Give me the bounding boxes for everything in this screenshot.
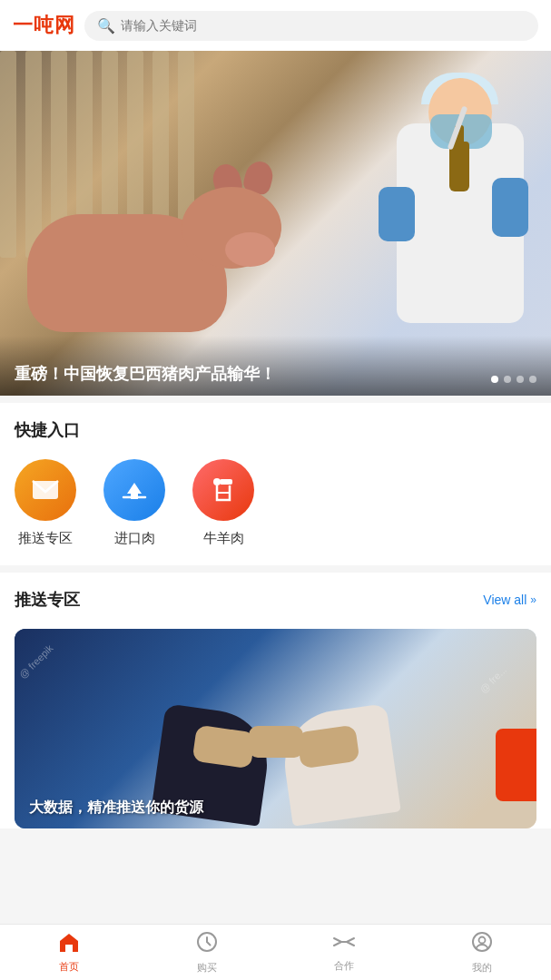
quick-entries-list: 推送专区 进口肉 — [15, 459, 536, 547]
svg-rect-2 — [220, 479, 232, 485]
push-section: 推送专区 View all » @ freepik @ fre... — [0, 573, 551, 828]
entry-import[interactable]: 进口肉 — [103, 459, 165, 547]
entry-push-label: 推送专区 — [18, 530, 73, 547]
entry-push[interactable]: 推送专区 — [15, 459, 76, 547]
entry-import-icon — [103, 459, 165, 521]
entry-beef-icon — [192, 459, 254, 521]
banner-dots — [491, 376, 536, 383]
search-bar[interactable]: 🔍 — [84, 11, 538, 41]
red-badge — [496, 729, 536, 801]
quick-entry-title: 快捷入口 — [15, 419, 80, 441]
home-icon — [58, 932, 80, 957]
push-section-header: 推送专区 View all » — [15, 589, 536, 611]
view-all-link[interactable]: View all » — [483, 593, 536, 607]
dot-2 — [504, 376, 511, 383]
mine-icon — [471, 931, 493, 958]
entry-beef[interactable]: 牛羊肉 — [192, 459, 254, 547]
quick-entry-section: 快捷入口 推送专区 进口肉 — [0, 403, 551, 565]
nav-mine-label: 我的 — [472, 961, 492, 975]
push-banner[interactable]: @ freepik @ fre... — [15, 629, 536, 828]
search-input[interactable] — [121, 18, 526, 33]
nav-buy-label: 购买 — [197, 961, 217, 975]
dot-4 — [529, 376, 536, 383]
push-banner-text: 大数据，精准推送你的货源 — [29, 799, 482, 818]
dot-1 — [491, 376, 498, 383]
view-all-chevron: » — [530, 593, 536, 606]
banner-overlay: 重磅！中国恢复巴西猪肉产品输华！ — [0, 336, 551, 396]
search-icon: 🔍 — [97, 17, 115, 34]
view-all-label: View all — [483, 593, 526, 607]
entry-beef-label: 牛羊肉 — [203, 530, 244, 547]
entry-push-icon — [15, 459, 76, 521]
push-section-title: 推送专区 — [15, 589, 80, 611]
hero-banner: 重磅！中国恢复巴西猪肉产品输华！ — [0, 51, 551, 396]
nav-cooperate[interactable]: 合作 — [276, 927, 414, 978]
nav-mine[interactable]: 我的 — [413, 926, 551, 980]
quick-entry-header: 快捷入口 — [15, 419, 536, 441]
header: 一吨网 🔍 — [0, 0, 551, 51]
entry-import-label: 进口肉 — [114, 530, 155, 547]
svg-point-1 — [213, 478, 221, 485]
app-logo: 一吨网 — [13, 12, 75, 39]
push-banner-title: 大数据，精准推送你的货源 — [29, 799, 482, 818]
cooperate-icon — [332, 933, 356, 956]
bottom-nav: 首页 购买 合作 我的 — [0, 924, 551, 980]
banner-title: 重磅！中国恢复巴西猪肉产品输华！ — [15, 363, 536, 385]
nav-buy[interactable]: 购买 — [138, 926, 276, 980]
svg-point-7 — [479, 936, 486, 943]
buy-icon — [196, 931, 218, 958]
dot-3 — [517, 376, 524, 383]
nav-home-label: 首页 — [59, 960, 79, 974]
nav-home[interactable]: 首页 — [0, 926, 138, 979]
nav-cooperate-label: 合作 — [334, 959, 354, 973]
